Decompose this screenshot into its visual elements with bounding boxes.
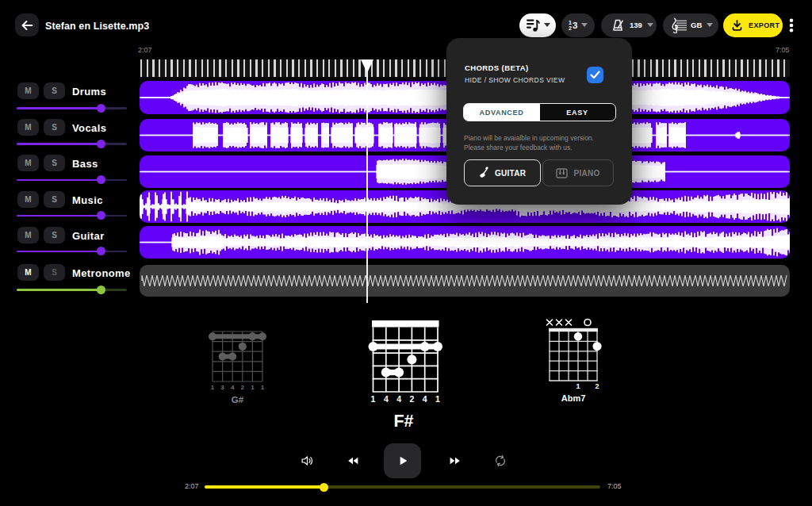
svg-text:2: 2	[595, 382, 599, 390]
svg-text:F#: F#	[393, 412, 413, 429]
svg-text:1: 1	[435, 394, 440, 404]
svg-text:4: 4	[384, 394, 389, 404]
svg-text:G#: G#	[232, 395, 244, 404]
svg-text:4: 4	[396, 394, 401, 404]
svg-text:4: 4	[423, 394, 427, 404]
svg-text:2: 2	[241, 384, 245, 391]
svg-text:1: 1	[251, 384, 255, 391]
svg-text:1: 1	[371, 394, 376, 404]
svg-text:1: 1	[261, 384, 265, 391]
svg-text:1: 1	[576, 382, 580, 390]
svg-text:3: 3	[220, 384, 224, 391]
svg-text:Abm7: Abm7	[561, 393, 586, 403]
svg-text:4: 4	[231, 384, 235, 391]
svg-text:2: 2	[409, 394, 414, 404]
svg-text:1: 1	[211, 384, 215, 391]
